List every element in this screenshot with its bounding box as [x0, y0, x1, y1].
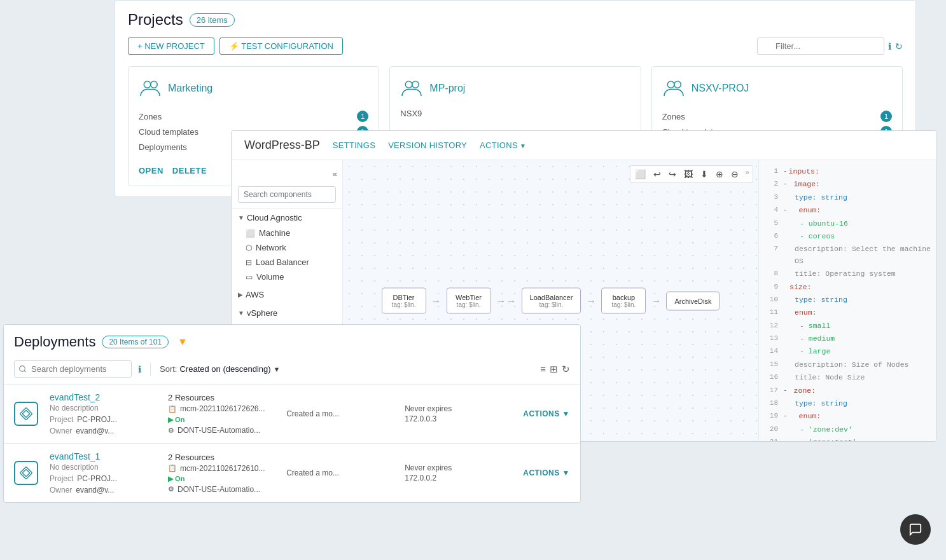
project-name-mp[interactable]: MP-proj — [429, 83, 465, 94]
project-meta-zones-nsxv: Zones 1 — [662, 109, 892, 124]
deployment-icon-1 — [14, 402, 38, 426]
bp-nav-settings[interactable]: SETTINGS — [333, 140, 375, 150]
connector-1: → — [431, 295, 442, 306]
search-deployments-input[interactable] — [14, 360, 132, 378]
deployments-info-icon[interactable]: ℹ — [138, 364, 141, 374]
sort-value[interactable]: Created on (descending) — [179, 364, 270, 374]
dep-actions-btn-1[interactable]: ACTIONS ▼ — [523, 409, 570, 418]
expires-label-1: Never expires — [405, 404, 517, 413]
code-line-14: 14 - large — [759, 345, 936, 358]
category-aws: ▶ AWS — [232, 285, 342, 304]
deployment-desc-2: No description — [50, 463, 162, 472]
deployment-owner-2: Owner evand@v... — [50, 486, 162, 495]
projects-badge: 26 items — [190, 13, 235, 27]
code-line-1: 1 - inputs: — [759, 165, 936, 178]
dep-proj-val-2: PC-PROJ... — [77, 474, 117, 483]
sidebar-item-machine[interactable]: ⬜ Machine — [232, 226, 342, 240]
canvas-zoom-in-btn[interactable]: ⊕ — [713, 168, 726, 181]
category-label-vsphere: vSphere — [247, 308, 277, 318]
category-header-cloud-agnostic[interactable]: ▼ Cloud Agnostic — [232, 210, 342, 226]
expand-icon-aws: ▶ — [238, 291, 243, 298]
collapse-icon[interactable]: « — [333, 169, 337, 179]
diamond-icon-1 — [19, 407, 33, 421]
svg-point-3 — [151, 81, 158, 88]
sort-chevron[interactable]: ▼ — [274, 365, 281, 373]
project-subtitle-mp: NSX9 — [400, 109, 630, 118]
toolbar-separator — [150, 363, 151, 376]
deployment-project-1: Project PC-PROJ... — [50, 415, 162, 424]
test-configuration-button[interactable]: ⚡ TEST CONFIGURATION — [219, 38, 343, 55]
deployment-name-2[interactable]: evandTest_1 — [50, 451, 162, 461]
category-cloud-agnostic: ▼ Cloud Agnostic ⬜ Machine ⬡ Network ⊟ L… — [232, 208, 342, 285]
canvas-image-btn[interactable]: 🖼 — [681, 168, 695, 181]
open-project-button[interactable]: OPEN — [139, 166, 163, 175]
svg-rect-10 — [20, 407, 32, 420]
dep-actions-btn-2[interactable]: ACTIONS ▼ — [523, 468, 570, 477]
deployment-name-1[interactable]: evandTest_2 — [50, 392, 162, 402]
canvas-select-btn[interactable]: ⬜ — [632, 168, 648, 181]
sidebar-item-network[interactable]: ⬡ Network — [232, 240, 342, 255]
refresh-icon[interactable]: ↻ — [895, 41, 903, 51]
sidebar-search — [232, 181, 342, 208]
grid-view-icon[interactable]: ⊞ — [550, 364, 558, 375]
svg-point-4 — [406, 81, 413, 88]
code-line-10: 10 type: string — [759, 294, 936, 306]
running-indicator-1: ▶ On — [168, 415, 184, 424]
delete-project-button[interactable]: DELETE — [172, 166, 207, 175]
view-icons: ≡ ⊞ ↻ — [540, 364, 570, 375]
svg-point-8 — [20, 366, 25, 372]
code-line-21: 21 - 'zone:test' — [759, 436, 936, 441]
category-header-aws[interactable]: ▶ AWS — [232, 287, 342, 303]
deployment-icon-2 — [14, 461, 38, 485]
category-header-vsphere[interactable]: ▼ vSphere — [232, 305, 342, 321]
sidebar-item-load-balancer[interactable]: ⊟ Load Balancer — [232, 255, 342, 270]
sort-control: Sort: Created on (descending) ▼ — [160, 364, 280, 374]
machine-icon: ⬜ — [246, 229, 255, 238]
group-icon-nsxv — [662, 77, 685, 100]
filter-input[interactable] — [757, 38, 884, 55]
node-webtier[interactable]: WebTier tag: $lin. — [447, 288, 491, 314]
code-line-11: 11 enum: — [759, 306, 936, 319]
node-backup[interactable]: backup tag: $lin. — [601, 288, 646, 314]
canvas-zoom-out-btn[interactable]: ⊖ — [728, 168, 741, 181]
project-card-header: Marketing — [139, 77, 368, 100]
new-project-button[interactable]: + NEW PROJECT — [128, 38, 214, 55]
deployment-item-evandtest2: evandTest_2 No description Project PC-PR… — [4, 385, 580, 444]
deployment-created-1: Created a mo... — [286, 409, 398, 418]
sidebar-item-label-network: Network — [256, 243, 286, 252]
search-components-input[interactable] — [238, 186, 336, 203]
category-label-aws: AWS — [246, 290, 264, 299]
resource-item-2c: ⚙ DONT-USE-Automatio... — [168, 485, 280, 494]
deployment-owner-1: Owner evand@v... — [50, 427, 162, 435]
sidebar-item-volume[interactable]: ▭ Volume — [232, 270, 342, 284]
bp-nav-actions[interactable]: ACTIONS — [480, 140, 526, 150]
deployment-expires-2: Never expires 172.0.0.2 — [405, 463, 517, 482]
resources-count-2: 2 Resources — [168, 453, 280, 462]
code-line-7: 7 description: Select the machine OS — [759, 243, 936, 268]
node-dbtier[interactable]: DBTier tag: $lin. — [382, 288, 426, 314]
project-name-nsxv[interactable]: NSXV-PROJ — [692, 83, 749, 94]
code-line-4: 4 - enum: — [759, 204, 936, 217]
group-icon-mp — [400, 77, 423, 100]
chat-button[interactable] — [900, 514, 931, 545]
deployments-toolbar: ℹ Sort: Created on (descending) ▼ ≡ ⊞ ↻ — [4, 357, 580, 385]
ip-label-1: 172.0.0.3 — [405, 414, 517, 423]
node-archivedisk[interactable]: ArchiveDisk — [666, 291, 720, 310]
running-indicator-2: ▶ On — [168, 475, 184, 483]
refresh-icon[interactable]: ↻ — [562, 364, 570, 375]
project-name-marketing[interactable]: Marketing — [168, 83, 212, 94]
list-view-icon[interactable]: ≡ — [540, 364, 546, 374]
filter-icon[interactable]: ▼ — [177, 336, 188, 348]
projects-toolbar: + NEW PROJECT ⚡ TEST CONFIGURATION ℹ ↻ — [128, 38, 903, 55]
canvas-undo-btn[interactable]: ↩ — [651, 168, 664, 181]
canvas-redo-btn[interactable]: ↪ — [666, 168, 679, 181]
deployments-panel: Deployments 20 Items of 101 ▼ ℹ Sort: Cr… — [3, 324, 581, 503]
volume-icon: ▭ — [246, 273, 253, 282]
bp-nav-version-history[interactable]: VERSION HISTORY — [388, 140, 467, 150]
canvas-download-btn[interactable]: ⬇ — [698, 168, 711, 181]
sidebar-item-label-volume: Volume — [256, 272, 284, 282]
deployments-title: Deployments — [14, 334, 95, 350]
code-line-20: 20 - 'zone:dev' — [759, 423, 936, 436]
deployment-created-2: Created a mo... — [286, 468, 398, 477]
node-loadbalancer[interactable]: LoadBalancer tag: $lin. — [522, 288, 581, 314]
